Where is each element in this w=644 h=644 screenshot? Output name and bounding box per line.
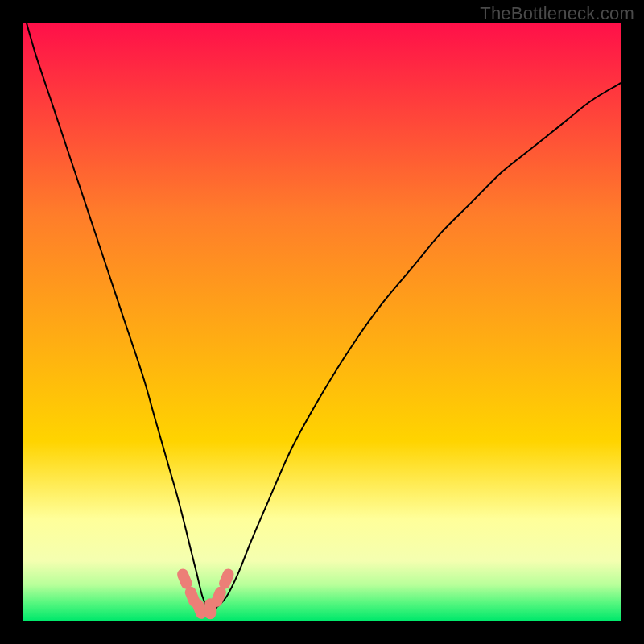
chart-svg: [23, 23, 621, 621]
watermark-text: TheBottleneck.com: [480, 3, 634, 24]
plot-area: [23, 23, 621, 621]
chart-frame: TheBottleneck.com: [0, 0, 644, 644]
gradient-bg: [23, 23, 621, 621]
